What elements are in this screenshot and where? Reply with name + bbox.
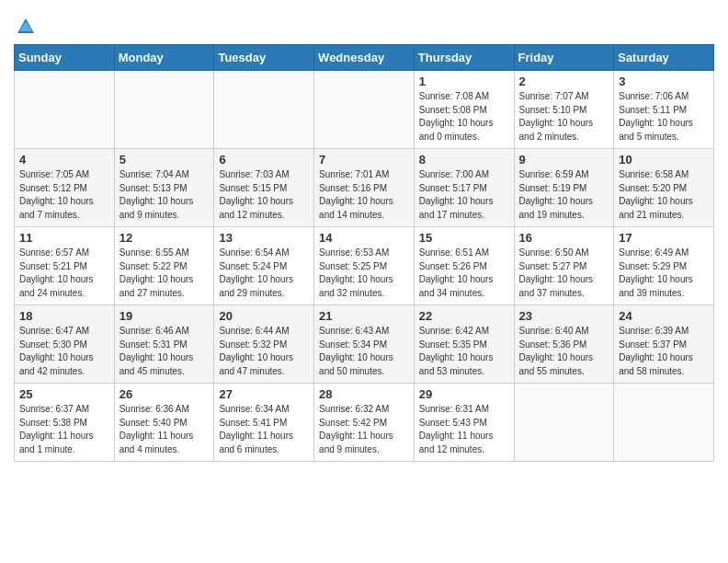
- day-number: 5: [119, 153, 210, 167]
- weekday-header-wednesday: Wednesday: [314, 45, 415, 71]
- day-number: 9: [519, 153, 609, 167]
- calendar-week-3: 11Sunrise: 6:57 AM Sunset: 5:21 PM Dayli…: [15, 227, 714, 305]
- calendar-cell: 15Sunrise: 6:51 AM Sunset: 5:26 PM Dayli…: [414, 227, 514, 305]
- day-number: 7: [319, 153, 409, 167]
- day-number: 20: [219, 309, 309, 323]
- calendar-cell: 10Sunrise: 6:58 AM Sunset: 5:20 PM Dayli…: [614, 149, 714, 227]
- day-number: 23: [519, 309, 609, 323]
- calendar-cell: [614, 384, 714, 462]
- day-number: 4: [19, 153, 109, 167]
- day-info: Sunrise: 6:32 AM Sunset: 5:42 PM Dayligh…: [319, 403, 409, 456]
- day-info: Sunrise: 6:36 AM Sunset: 5:40 PM Dayligh…: [119, 403, 210, 456]
- calendar-cell: 25Sunrise: 6:37 AM Sunset: 5:38 PM Dayli…: [15, 384, 115, 462]
- weekday-header-saturday: Saturday: [614, 45, 714, 71]
- calendar-cell: 22Sunrise: 6:42 AM Sunset: 5:35 PM Dayli…: [414, 305, 514, 384]
- calendar-cell: 18Sunrise: 6:47 AM Sunset: 5:30 PM Dayli…: [15, 305, 115, 384]
- day-info: Sunrise: 7:04 AM Sunset: 5:13 PM Dayligh…: [119, 168, 210, 222]
- day-info: Sunrise: 6:54 AM Sunset: 5:24 PM Dayligh…: [219, 247, 309, 300]
- day-number: 3: [619, 75, 709, 88]
- weekday-header-tuesday: Tuesday: [214, 45, 314, 71]
- day-number: 25: [19, 387, 109, 401]
- day-number: 14: [319, 231, 409, 245]
- day-number: 6: [219, 153, 309, 167]
- day-info: Sunrise: 6:39 AM Sunset: 5:37 PM Dayligh…: [619, 325, 709, 378]
- day-number: 8: [419, 153, 509, 167]
- calendar-cell: 8Sunrise: 7:00 AM Sunset: 5:17 PM Daylig…: [414, 149, 514, 227]
- day-info: Sunrise: 6:55 AM Sunset: 5:22 PM Dayligh…: [119, 247, 210, 300]
- calendar-cell: 6Sunrise: 7:03 AM Sunset: 5:15 PM Daylig…: [214, 149, 314, 227]
- day-number: 16: [519, 231, 609, 245]
- calendar-cell: 5Sunrise: 7:04 AM Sunset: 5:13 PM Daylig…: [114, 149, 214, 227]
- calendar-cell: 27Sunrise: 6:34 AM Sunset: 5:41 PM Dayli…: [214, 384, 314, 462]
- calendar-cell: 9Sunrise: 6:59 AM Sunset: 5:19 PM Daylig…: [514, 149, 614, 227]
- calendar-table: SundayMondayTuesdayWednesdayThursdayFrid…: [14, 44, 714, 462]
- day-info: Sunrise: 6:42 AM Sunset: 5:35 PM Dayligh…: [419, 325, 509, 378]
- day-info: Sunrise: 7:06 AM Sunset: 5:11 PM Dayligh…: [619, 90, 709, 144]
- day-number: 22: [419, 309, 509, 323]
- calendar-cell: 29Sunrise: 6:31 AM Sunset: 5:43 PM Dayli…: [414, 384, 514, 462]
- day-info: Sunrise: 6:46 AM Sunset: 5:31 PM Dayligh…: [119, 325, 210, 378]
- calendar-week-5: 25Sunrise: 6:37 AM Sunset: 5:38 PM Dayli…: [15, 384, 714, 462]
- day-number: 10: [619, 153, 709, 167]
- day-info: Sunrise: 6:47 AM Sunset: 5:30 PM Dayligh…: [19, 325, 109, 378]
- day-number: 17: [619, 231, 709, 245]
- calendar-cell: 26Sunrise: 6:36 AM Sunset: 5:40 PM Dayli…: [114, 384, 214, 462]
- calendar-cell: [314, 71, 415, 149]
- day-number: 2: [519, 75, 609, 88]
- calendar-cell: 3Sunrise: 7:06 AM Sunset: 5:11 PM Daylig…: [614, 71, 714, 149]
- calendar-cell: 19Sunrise: 6:46 AM Sunset: 5:31 PM Dayli…: [114, 305, 214, 384]
- day-info: Sunrise: 7:05 AM Sunset: 5:12 PM Dayligh…: [19, 168, 109, 222]
- day-number: 29: [419, 387, 509, 401]
- day-number: 27: [219, 387, 309, 401]
- day-info: Sunrise: 6:51 AM Sunset: 5:26 PM Dayligh…: [419, 247, 509, 300]
- day-number: 13: [219, 231, 309, 245]
- logo: [14, 17, 36, 37]
- calendar-cell: [15, 71, 115, 149]
- day-number: 21: [319, 309, 409, 323]
- calendar-cell: 2Sunrise: 7:07 AM Sunset: 5:10 PM Daylig…: [514, 71, 614, 149]
- calendar-cell: 14Sunrise: 6:53 AM Sunset: 5:25 PM Dayli…: [314, 227, 415, 305]
- day-number: 18: [19, 309, 109, 323]
- calendar-cell: 16Sunrise: 6:50 AM Sunset: 5:27 PM Dayli…: [514, 227, 614, 305]
- calendar-cell: 1Sunrise: 7:08 AM Sunset: 5:08 PM Daylig…: [414, 71, 514, 149]
- day-info: Sunrise: 7:08 AM Sunset: 5:08 PM Dayligh…: [419, 90, 509, 144]
- svg-marker-1: [19, 21, 32, 31]
- day-info: Sunrise: 7:03 AM Sunset: 5:15 PM Dayligh…: [219, 168, 309, 222]
- calendar-week-2: 4Sunrise: 7:05 AM Sunset: 5:12 PM Daylig…: [15, 149, 714, 227]
- day-info: Sunrise: 7:01 AM Sunset: 5:16 PM Dayligh…: [319, 168, 409, 222]
- page-header: [14, 9, 714, 37]
- day-info: Sunrise: 6:53 AM Sunset: 5:25 PM Dayligh…: [319, 247, 409, 300]
- calendar-cell: 24Sunrise: 6:39 AM Sunset: 5:37 PM Dayli…: [614, 305, 714, 384]
- calendar-cell: 20Sunrise: 6:44 AM Sunset: 5:32 PM Dayli…: [214, 305, 314, 384]
- calendar-cell: 7Sunrise: 7:01 AM Sunset: 5:16 PM Daylig…: [314, 149, 415, 227]
- calendar-cell: 17Sunrise: 6:49 AM Sunset: 5:29 PM Dayli…: [614, 227, 714, 305]
- day-info: Sunrise: 6:43 AM Sunset: 5:34 PM Dayligh…: [319, 325, 409, 378]
- day-info: Sunrise: 6:57 AM Sunset: 5:21 PM Dayligh…: [19, 247, 109, 300]
- day-info: Sunrise: 6:50 AM Sunset: 5:27 PM Dayligh…: [519, 247, 609, 300]
- day-number: 24: [619, 309, 709, 323]
- weekday-header-friday: Friday: [514, 45, 614, 71]
- calendar-cell: 21Sunrise: 6:43 AM Sunset: 5:34 PM Dayli…: [314, 305, 415, 384]
- weekday-header-monday: Monday: [114, 45, 214, 71]
- calendar-cell: 23Sunrise: 6:40 AM Sunset: 5:36 PM Dayli…: [514, 305, 614, 384]
- calendar-cell: [514, 384, 614, 462]
- calendar-cell: 12Sunrise: 6:55 AM Sunset: 5:22 PM Dayli…: [114, 227, 214, 305]
- day-number: 15: [419, 231, 509, 245]
- day-number: 11: [19, 231, 109, 245]
- calendar-cell: [114, 71, 214, 149]
- weekday-header-row: SundayMondayTuesdayWednesdayThursdayFrid…: [15, 45, 714, 71]
- calendar-cell: [214, 71, 314, 149]
- day-info: Sunrise: 6:44 AM Sunset: 5:32 PM Dayligh…: [219, 325, 309, 378]
- weekday-header-sunday: Sunday: [15, 45, 115, 71]
- calendar-cell: 4Sunrise: 7:05 AM Sunset: 5:12 PM Daylig…: [15, 149, 115, 227]
- day-info: Sunrise: 6:31 AM Sunset: 5:43 PM Dayligh…: [419, 403, 509, 456]
- calendar-cell: 28Sunrise: 6:32 AM Sunset: 5:42 PM Dayli…: [314, 384, 415, 462]
- day-info: Sunrise: 7:00 AM Sunset: 5:17 PM Dayligh…: [419, 168, 509, 222]
- calendar-week-1: 1Sunrise: 7:08 AM Sunset: 5:08 PM Daylig…: [15, 71, 714, 149]
- day-info: Sunrise: 6:49 AM Sunset: 5:29 PM Dayligh…: [619, 247, 709, 300]
- day-info: Sunrise: 6:40 AM Sunset: 5:36 PM Dayligh…: [519, 325, 609, 378]
- day-number: 28: [319, 387, 409, 401]
- calendar-cell: 13Sunrise: 6:54 AM Sunset: 5:24 PM Dayli…: [214, 227, 314, 305]
- day-info: Sunrise: 6:58 AM Sunset: 5:20 PM Dayligh…: [619, 168, 709, 222]
- day-number: 26: [119, 387, 210, 401]
